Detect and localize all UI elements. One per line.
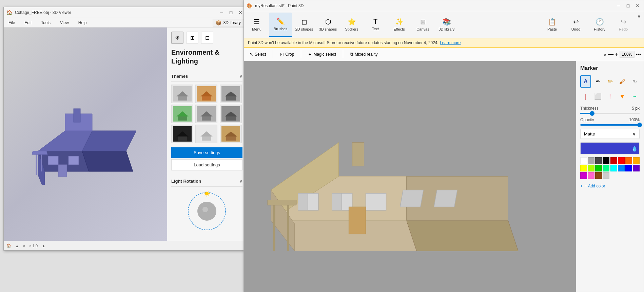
brush-smear[interactable]: ~ (629, 90, 640, 103)
library-3d-button[interactable]: 📦 3D library (213, 19, 244, 26)
theme-item-2[interactable] (195, 85, 217, 103)
theme-item-8[interactable] (195, 125, 217, 143)
theme-item-9[interactable] (220, 125, 242, 143)
grid-icon-btn[interactable]: ⊟ (201, 32, 213, 44)
paste-tool-button[interactable]: 📋 Paste (541, 13, 564, 37)
color-cell-9[interactable] (588, 165, 594, 171)
magic-select-icon: ✦ (308, 52, 312, 57)
brush-pencil[interactable]: | (580, 90, 591, 103)
load-settings-button[interactable]: Load settings (171, 159, 242, 170)
color-cell-2[interactable] (595, 157, 602, 164)
paint3d-minimize-button[interactable]: ─ (615, 2, 622, 9)
magic-select-tool[interactable]: ✦ Magic select (305, 50, 339, 58)
color-cell-5[interactable] (618, 157, 625, 164)
undo-tool-button[interactable]: ↩ Undo (564, 13, 587, 37)
svg-line-48 (205, 191, 205, 192)
menu-help[interactable]: Help (76, 20, 89, 26)
brush-marker-a[interactable]: A (580, 75, 591, 88)
stickers-tool-button[interactable]: ⭐ Stickers (340, 13, 363, 37)
minimize-button[interactable]: ─ (218, 9, 225, 16)
color-cell-6[interactable] (625, 157, 632, 164)
history-tool-button[interactable]: 🕐 History (588, 13, 611, 37)
lighting-icon-btn[interactable]: ☀ (171, 32, 183, 44)
zoom-plus-button[interactable]: + (615, 51, 618, 57)
brush-pen[interactable]: ✒ (592, 75, 603, 88)
color-cell-18[interactable] (595, 172, 602, 179)
select-tool[interactable]: ↖ Select (247, 50, 269, 58)
viewer-3d-canvas[interactable] (4, 28, 167, 241)
redo-tool-button[interactable]: ↪ Redo (612, 13, 635, 37)
learn-more-link[interactable]: Learn more (440, 40, 461, 45)
theme-item-4[interactable] (171, 105, 193, 123)
plus-icon: + (580, 184, 583, 188)
color-cell-14[interactable] (625, 165, 632, 171)
brushes-tool-button[interactable]: ✏️ Brushes (269, 13, 292, 37)
close-button[interactable]: ✕ (237, 9, 244, 16)
thickness-thumb[interactable] (590, 111, 594, 116)
mixed-reality-tool[interactable]: ⧉ Mixed reality (347, 50, 380, 58)
2d-shapes-tool-button[interactable]: ◻ 2D shapes (293, 13, 316, 37)
color-swatch[interactable]: 💧 (580, 142, 640, 154)
color-cell-0[interactable] (580, 157, 587, 164)
svg-point-43 (205, 192, 209, 195)
3d-library-tool-button[interactable]: 📚 3D library (435, 13, 458, 37)
color-cell-3[interactable] (603, 157, 609, 164)
color-cell-17[interactable] (588, 172, 594, 179)
color-cell-11[interactable] (603, 165, 609, 171)
color-cell-7[interactable] (633, 157, 640, 164)
theme-item-6[interactable] (220, 105, 242, 123)
display-icon-btn[interactable]: ⊞ (186, 32, 198, 44)
menu-file[interactable]: File (6, 20, 17, 26)
theme-item-5[interactable] (195, 105, 217, 123)
svg-rect-70 (352, 143, 364, 166)
color-cell-12[interactable] (610, 165, 617, 171)
theme-item-3[interactable] (220, 85, 242, 103)
thickness-slider[interactable] (580, 113, 640, 114)
theme-item-1[interactable] (171, 85, 193, 103)
light-wheel[interactable] (187, 191, 227, 232)
opacity-slider[interactable] (580, 124, 640, 126)
paint3d-canvas-area[interactable] (244, 61, 576, 292)
effects-tool-button[interactable]: ✨ Effects (388, 13, 411, 37)
3d-shapes-tool-button[interactable]: ⬡ 3D shapes (316, 13, 339, 37)
color-cell-4[interactable] (610, 157, 617, 164)
canvas-tool-button[interactable]: ⊞ Canvas (411, 13, 434, 37)
maximize-button[interactable]: □ (228, 9, 234, 16)
menu-tools[interactable]: Tools (39, 20, 53, 26)
paint3d-collapse-button[interactable]: ∧ (636, 13, 642, 19)
brush-oil[interactable]: 🖌 (617, 75, 628, 88)
save-settings-button[interactable]: Save settings (171, 147, 242, 158)
color-cell-10[interactable] (595, 165, 602, 171)
paint3d-maximize-button[interactable]: □ (625, 2, 631, 9)
library-label: 3D library (223, 20, 241, 25)
brush-watercolor[interactable]: ∿ (629, 75, 640, 88)
menu-view[interactable]: View (58, 20, 71, 26)
crop-tool[interactable]: ⊡ Crop (277, 50, 297, 58)
finish-dropdown[interactable]: Matte ∨ (580, 129, 640, 139)
color-cell-1[interactable] (588, 157, 594, 164)
svg-rect-15 (178, 96, 187, 101)
menu-edit[interactable]: Edit (22, 20, 34, 26)
theme-item-7[interactable] (171, 125, 193, 143)
brush-eraser[interactable]: ⬜ (592, 90, 603, 103)
zoom-minus-button[interactable]: — (608, 51, 613, 57)
color-cell-15[interactable] (633, 165, 640, 171)
menu-tool-button[interactable]: ☰ Menu (245, 13, 268, 37)
paint3d-close-button[interactable]: ✕ (634, 2, 641, 9)
add-color-label: + Add color (585, 184, 605, 188)
brush-spray[interactable]: ⁞ (605, 90, 616, 103)
light-rotation-header[interactable]: Light Rotation ∨ (171, 176, 242, 187)
brush-crayon[interactable]: ✏ (605, 75, 616, 88)
add-color-button[interactable]: + + Add color (580, 182, 640, 190)
color-cell-13[interactable] (618, 165, 625, 171)
brush-fill[interactable]: ▼ (617, 90, 628, 103)
themes-section-header[interactable]: Themes ∨ (171, 71, 242, 82)
zoom-shape-button[interactable]: ⬦ (603, 51, 607, 57)
text-tool-button[interactable]: T Text (364, 13, 387, 37)
color-cell-16[interactable] (580, 172, 587, 179)
opacity-thumb[interactable] (637, 123, 642, 127)
color-palette (580, 157, 640, 179)
zoom-more-button[interactable]: ••• (636, 52, 641, 57)
color-cell-19[interactable] (603, 172, 609, 179)
color-cell-8[interactable] (580, 165, 587, 171)
